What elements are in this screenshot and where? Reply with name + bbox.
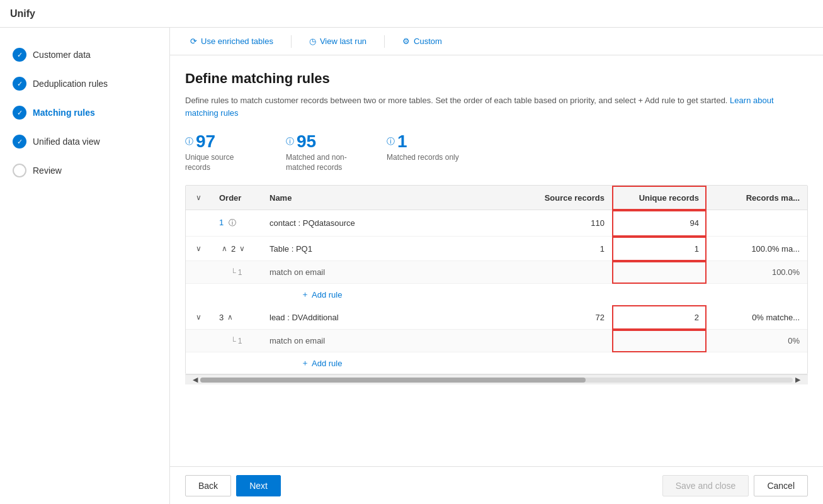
collapse-btn-2[interactable]: ∨ <box>193 243 204 254</box>
custom-button[interactable]: ⚙ Custom <box>397 34 447 48</box>
stat-unique-source: ⓘ 97 Unique source records <box>185 132 261 172</box>
sidebar-step-icon-4: ✓ <box>13 135 26 148</box>
order-up-btn-2[interactable]: ∧ <box>219 243 230 254</box>
main-content: ⟳ Use enriched tables ◷ View last run ⚙ … <box>170 28 823 504</box>
stat-label-3: Matched records only <box>387 153 459 163</box>
matching-rules-table: ∨ Order Name Source records Unique recor… <box>185 185 808 374</box>
cell-matched-3: 0% matche... <box>707 305 807 330</box>
footer: Back Next Save and close Cancel <box>170 466 823 504</box>
collapse-btn-3[interactable]: ∨ <box>193 311 204 323</box>
stats-row: ⓘ 97 Unique source records ⓘ 95 Matched … <box>185 132 808 172</box>
add-rule-btn-1[interactable]: ＋ Add rule <box>270 289 342 300</box>
sidebar-item-dedup-rules[interactable]: ✓ Deduplication rules <box>0 69 169 98</box>
cell-name-3: lead : DVAdditional <box>262 305 524 330</box>
sidebar-step-icon-1: ✓ <box>13 48 26 62</box>
info-icon-2: ⓘ <box>286 136 294 147</box>
table-row: └ 1 match on email 0% <box>186 330 807 352</box>
cell-sub-name-3: match on email <box>262 330 524 352</box>
collapse-all-button[interactable]: ∨ <box>193 192 204 203</box>
cell-matched-1 <box>707 210 807 237</box>
scrollbar-thumb[interactable] <box>200 378 586 383</box>
cell-sub-order-1: └ 1 <box>212 261 262 284</box>
cell-name-2: Table : PQ1 <box>262 237 524 261</box>
add-rule-btn-2[interactable]: ＋ Add rule <box>270 357 342 369</box>
info-icon-1: ⓘ <box>185 136 193 147</box>
content-body: Define matching rules Define rules to ma… <box>170 55 823 466</box>
sidebar: ✓ Customer data ✓ Deduplication rules ✓ … <box>0 28 170 504</box>
table-row: ∨ 3 ∧ lead : DVAdditional 72 2 <box>186 305 807 330</box>
page-description: Define rules to match customer records b… <box>185 94 808 119</box>
cell-collapse-2: ∨ <box>186 237 212 261</box>
col-header-order: Order <box>212 186 262 210</box>
stat-matched-only: ⓘ 1 Matched records only <box>387 132 459 172</box>
view-last-run-button[interactable]: ◷ View last run <box>304 34 372 48</box>
col-header-name: Name <box>262 186 524 210</box>
footer-right-actions: Save and close Cancel <box>662 475 808 496</box>
horizontal-scrollbar[interactable]: ◀ ▶ <box>185 374 808 384</box>
order-down-btn-2[interactable]: ∨ <box>237 243 247 254</box>
footer-left-actions: Back Next <box>185 475 281 496</box>
table-row: └ 1 match on email 100.0% <box>186 261 807 284</box>
table-row: ＋ Add rule <box>186 284 807 306</box>
cell-unique-1: 94 <box>612 210 707 237</box>
save-close-button[interactable]: Save and close <box>662 475 749 496</box>
col-header-records-matched: Records ma... <box>707 186 807 210</box>
table-row: ∨ ∧ 2 ∨ Table : PQ1 1 1 <box>186 237 807 261</box>
stat-number-3: 1 <box>397 132 407 152</box>
info-icon-3: ⓘ <box>387 136 395 147</box>
col-header-source-records: Source records <box>524 186 612 210</box>
stat-label-1: Unique source records <box>185 153 261 172</box>
cancel-button[interactable]: Cancel <box>754 475 808 496</box>
custom-label: Custom <box>414 36 442 46</box>
cell-sub-matched-1: 100.0% <box>707 261 807 284</box>
scroll-left-arrow[interactable]: ◀ <box>190 376 200 384</box>
cell-sub-order-3: └ 1 <box>212 330 262 352</box>
scroll-right-arrow[interactable]: ▶ <box>793 376 803 384</box>
sidebar-label-dedup-rules: Deduplication rules <box>33 79 108 89</box>
page-title: Define matching rules <box>185 70 808 87</box>
sidebar-label-unified-data-view: Unified data view <box>33 137 100 147</box>
sidebar-item-customer-data[interactable]: ✓ Customer data <box>0 40 169 69</box>
table-row: 1 ⓘ contact : PQdatasource 110 94 <box>186 210 807 237</box>
plus-icon-2: ＋ <box>301 357 309 369</box>
app-title: Unify <box>10 8 35 20</box>
cell-collapse-3: ∨ <box>186 305 212 330</box>
sidebar-item-review[interactable]: Review <box>0 156 169 185</box>
use-enriched-tables-button[interactable]: ⟳ Use enriched tables <box>185 34 278 48</box>
order-up-btn-3[interactable]: ∧ <box>225 311 236 323</box>
view-last-run-label: View last run <box>320 36 366 46</box>
sidebar-item-matching-rules[interactable]: ✓ Matching rules <box>0 98 169 127</box>
stat-matched-non-matched: ⓘ 95 Matched and non-matched records <box>286 132 361 172</box>
toolbar-divider-2 <box>384 35 385 48</box>
scrollbar-track <box>200 378 793 383</box>
sidebar-item-unified-data-view[interactable]: ✓ Unified data view <box>0 127 169 156</box>
table-row: ＋ Add rule <box>186 352 807 374</box>
back-button[interactable]: Back <box>185 475 231 496</box>
info-btn-1[interactable]: ⓘ <box>226 216 239 230</box>
cell-sub-matched-3: 0% <box>707 330 807 352</box>
toolbar-divider-1 <box>291 35 292 48</box>
cell-matched-2: 100.0% ma... <box>707 237 807 261</box>
custom-icon: ⚙ <box>402 36 410 46</box>
view-last-run-icon: ◷ <box>309 36 316 46</box>
cell-unique-3: 2 <box>612 305 707 330</box>
next-button[interactable]: Next <box>236 475 281 496</box>
use-enriched-tables-label: Use enriched tables <box>201 36 273 46</box>
sidebar-step-icon-5 <box>13 164 26 177</box>
cell-source-3: 72 <box>524 305 612 330</box>
cell-order-3: 3 ∧ <box>212 305 262 330</box>
sidebar-step-icon-3: ✓ <box>13 106 26 120</box>
cell-source-2: 1 <box>524 237 612 261</box>
sidebar-label-customer-data: Customer data <box>33 50 91 60</box>
cell-sub-name-1: match on email <box>262 261 524 284</box>
toolbar: ⟳ Use enriched tables ◷ View last run ⚙ … <box>170 28 823 55</box>
stat-label-2: Matched and non-matched records <box>286 153 361 172</box>
col-header-unique-records: Unique records <box>612 186 707 210</box>
col-header-collapse: ∨ <box>186 186 212 210</box>
top-bar: Unify <box>0 0 823 28</box>
plus-icon-1: ＋ <box>301 289 309 300</box>
cell-order-2: ∧ 2 ∨ <box>212 237 262 261</box>
sidebar-step-icon-2: ✓ <box>13 77 26 91</box>
stat-number-1: 97 <box>196 132 215 152</box>
cell-collapse-1 <box>186 210 212 237</box>
